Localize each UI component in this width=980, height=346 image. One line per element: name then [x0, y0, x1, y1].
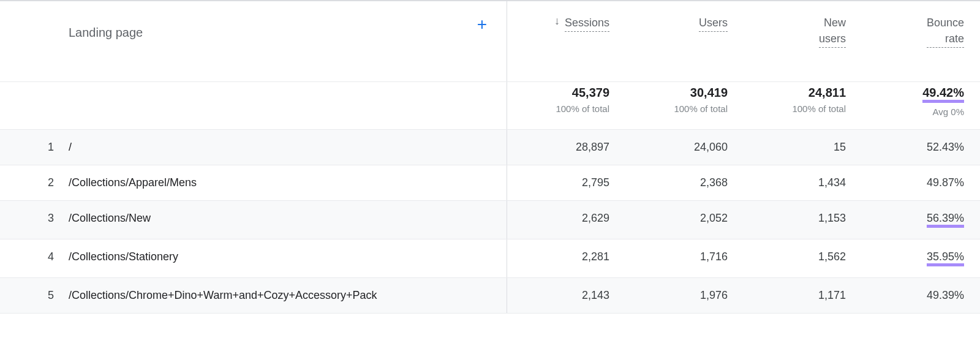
metric-cell: 1,434 — [744, 165, 862, 200]
table-row: 5/Collections/Chrome+Dino+Warm+and+Cozy+… — [0, 278, 980, 314]
metric-header-label: Newusers — [819, 15, 846, 48]
metric-total-sub: 100% of total — [750, 103, 846, 114]
metric-cell: 2,281 — [507, 239, 625, 277]
metric-cell: 24,060 — [625, 130, 744, 165]
row-index: 2 — [0, 165, 66, 200]
row-metrics: 2,1431,9761,17149.39% — [507, 278, 980, 313]
metric-cell: 49.39% — [862, 278, 980, 313]
totals-row: 45,379100% of total30,419100% of total24… — [0, 82, 980, 130]
metric-cell: 35.95% — [862, 239, 980, 277]
table-header-row: 0 Landing page + ↓SessionsUsersNewusersB… — [0, 1, 980, 82]
metric-cell: 1,562 — [744, 239, 862, 277]
dimension-cell: 3/Collections/New — [0, 201, 507, 239]
row-index: 5 — [0, 278, 66, 313]
dimension-cell: 1/ — [0, 130, 507, 165]
metric-header[interactable]: Users — [625, 1, 744, 81]
metric-total-sub: Avg 0% — [868, 107, 964, 117]
metric-cell: 15 — [744, 130, 862, 165]
add-dimension-button[interactable]: + — [477, 16, 487, 33]
dimension-header-cell: 0 Landing page + — [0, 1, 507, 81]
metric-cell: 2,052 — [625, 201, 744, 239]
plus-icon: + — [477, 15, 487, 34]
metric-total-value: 24,811 — [750, 86, 846, 100]
metric-header-label: Bouncerate — [927, 15, 964, 48]
metric-total-value: 30,419 — [631, 86, 728, 100]
metric-cell: 49.87% — [862, 165, 980, 200]
metric-cell: 28,897 — [507, 130, 625, 165]
metric-cell: 2,368 — [625, 165, 744, 200]
row-metrics: 28,89724,0601552.43% — [507, 130, 980, 165]
metric-cell: 2,143 — [507, 278, 625, 313]
metric-headers: ↓SessionsUsersNewusersBouncerate — [507, 1, 980, 81]
metric-cell: 1,716 — [625, 239, 744, 277]
totals-dimension-cell — [0, 82, 507, 129]
row-metrics: 2,6292,0521,15356.39% — [507, 201, 980, 239]
landing-page-path[interactable]: /Collections/New — [66, 201, 507, 236]
row-index: 4 — [0, 239, 66, 274]
metric-total-cell: 30,419100% of total — [625, 82, 744, 129]
metric-totals: 45,379100% of total30,419100% of total24… — [507, 82, 980, 129]
table-row: 3/Collections/New2,6292,0521,15356.39% — [0, 201, 980, 239]
metric-cell: 56.39% — [862, 201, 980, 239]
dimension-cell: 2/Collections/Apparel/Mens — [0, 165, 507, 200]
dimension-cell: 5/Collections/Chrome+Dino+Warm+and+Cozy+… — [0, 278, 507, 313]
sort-arrow-down-icon: ↓ — [554, 15, 560, 28]
metric-header[interactable]: Newusers — [744, 1, 862, 81]
row-metrics: 2,2811,7161,56235.95% — [507, 239, 980, 277]
metric-cell: 1,171 — [744, 278, 862, 313]
metric-header-label: Users — [699, 15, 728, 32]
metric-total-value: 45,379 — [513, 86, 609, 100]
metric-cell: 2,629 — [507, 201, 625, 239]
landing-page-path[interactable]: / — [66, 130, 507, 165]
table-row: 2/Collections/Apparel/Mens2,7952,3681,43… — [0, 165, 980, 201]
metric-total-sub: 100% of total — [513, 103, 609, 114]
metric-cell: 1,153 — [744, 201, 862, 239]
dimension-header-label: Landing page — [66, 15, 507, 51]
landing-page-path[interactable]: /Collections/Stationery — [66, 239, 507, 274]
analytics-table: 0 Landing page + ↓SessionsUsersNewusersB… — [0, 0, 980, 314]
metric-cell: 1,976 — [625, 278, 744, 313]
row-index: 1 — [0, 130, 66, 165]
table-row: 1/28,89724,0601552.43% — [0, 130, 980, 165]
metric-total-cell: 24,811100% of total — [744, 82, 862, 129]
metric-total-cell: 49.42%Avg 0% — [862, 82, 980, 129]
metric-cell: 52.43% — [862, 130, 980, 165]
row-metrics: 2,7952,3681,43449.87% — [507, 165, 980, 200]
metric-total-sub: 100% of total — [631, 103, 728, 114]
landing-page-path[interactable]: /Collections/Chrome+Dino+Warm+and+Cozy+A… — [66, 278, 507, 313]
dimension-cell: 4/Collections/Stationery — [0, 239, 507, 277]
row-index: 3 — [0, 201, 66, 236]
metric-header[interactable]: ↓Sessions — [507, 1, 625, 81]
metric-header-label: Sessions — [565, 15, 609, 32]
metric-header[interactable]: Bouncerate — [862, 1, 980, 81]
table-row: 4/Collections/Stationery2,2811,7161,5623… — [0, 239, 980, 278]
landing-page-path[interactable]: /Collections/Apparel/Mens — [66, 165, 507, 200]
metric-total-value: 49.42% — [868, 86, 964, 103]
metric-total-cell: 45,379100% of total — [507, 82, 625, 129]
metric-cell: 2,795 — [507, 165, 625, 200]
